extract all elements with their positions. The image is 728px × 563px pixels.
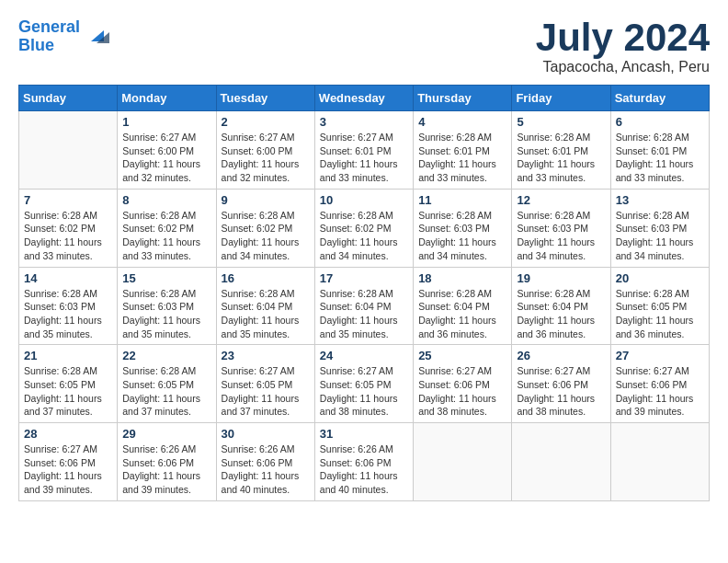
calendar-cell (610, 423, 709, 501)
month-year-title: July 2024 (536, 18, 710, 57)
calendar-cell: 6Sunrise: 6:28 AM Sunset: 6:01 PM Daylig… (610, 111, 709, 190)
calendar-cell: 25Sunrise: 6:27 AM Sunset: 6:06 PM Dayli… (414, 345, 512, 423)
day-header-thursday: Thursday (414, 86, 512, 111)
day-number: 13 (616, 193, 704, 207)
day-info: Sunrise: 6:27 AM Sunset: 6:01 PM Dayligh… (320, 131, 408, 185)
day-number: 16 (222, 271, 310, 285)
day-number: 7 (24, 193, 112, 207)
calendar-cell: 18Sunrise: 6:28 AM Sunset: 6:04 PM Dayli… (414, 267, 512, 345)
day-number: 24 (320, 349, 408, 362)
day-number: 23 (222, 349, 310, 362)
day-info: Sunrise: 6:26 AM Sunset: 6:06 PM Dayligh… (222, 442, 310, 497)
calendar-cell: 3Sunrise: 6:27 AM Sunset: 6:01 PM Daylig… (314, 111, 413, 190)
day-number: 3 (320, 115, 408, 129)
day-info: Sunrise: 6:28 AM Sunset: 6:01 PM Dayligh… (616, 131, 704, 185)
day-info: Sunrise: 6:28 AM Sunset: 6:01 PM Dayligh… (418, 131, 506, 185)
calendar-cell: 16Sunrise: 6:28 AM Sunset: 6:04 PM Dayli… (216, 267, 314, 345)
day-info: Sunrise: 6:27 AM Sunset: 6:00 PM Dayligh… (222, 131, 310, 185)
calendar-cell: 12Sunrise: 6:28 AM Sunset: 6:03 PM Dayli… (512, 189, 610, 267)
day-info: Sunrise: 6:28 AM Sunset: 6:04 PM Dayligh… (418, 287, 506, 341)
calendar-week-row: 1Sunrise: 6:27 AM Sunset: 6:00 PM Daylig… (19, 111, 710, 190)
day-info: Sunrise: 6:28 AM Sunset: 6:02 PM Dayligh… (222, 209, 310, 263)
calendar-cell: 22Sunrise: 6:28 AM Sunset: 6:05 PM Dayli… (118, 345, 216, 423)
calendar-cell: 2Sunrise: 6:27 AM Sunset: 6:00 PM Daylig… (216, 111, 314, 190)
day-number: 18 (418, 271, 506, 285)
day-info: Sunrise: 6:27 AM Sunset: 6:05 PM Dayligh… (222, 364, 310, 419)
day-info: Sunrise: 6:28 AM Sunset: 6:03 PM Dayligh… (616, 209, 704, 263)
day-info: Sunrise: 6:27 AM Sunset: 6:00 PM Dayligh… (122, 131, 210, 185)
day-number: 11 (418, 193, 506, 207)
location-subtitle: Tapacocha, Ancash, Peru (536, 59, 710, 75)
day-number: 17 (320, 271, 408, 285)
calendar-cell: 11Sunrise: 6:28 AM Sunset: 6:03 PM Dayli… (414, 189, 512, 267)
day-number: 31 (320, 427, 408, 441)
day-number: 26 (517, 349, 605, 362)
day-info: Sunrise: 6:27 AM Sunset: 6:06 PM Dayligh… (418, 364, 506, 419)
day-number: 2 (222, 115, 310, 129)
day-info: Sunrise: 6:28 AM Sunset: 6:02 PM Dayligh… (122, 209, 210, 263)
day-info: Sunrise: 6:26 AM Sunset: 6:06 PM Dayligh… (122, 442, 210, 497)
calendar-cell: 27Sunrise: 6:27 AM Sunset: 6:06 PM Dayli… (610, 345, 709, 423)
day-info: Sunrise: 6:26 AM Sunset: 6:06 PM Dayligh… (320, 442, 408, 497)
day-number: 27 (616, 349, 704, 362)
day-number: 19 (517, 271, 605, 285)
day-info: Sunrise: 6:27 AM Sunset: 6:05 PM Dayligh… (320, 364, 408, 419)
day-info: Sunrise: 6:27 AM Sunset: 6:06 PM Dayligh… (24, 442, 112, 497)
day-info: Sunrise: 6:28 AM Sunset: 6:04 PM Dayligh… (320, 287, 408, 341)
calendar-week-row: 7Sunrise: 6:28 AM Sunset: 6:02 PM Daylig… (19, 189, 710, 267)
day-info: Sunrise: 6:28 AM Sunset: 6:05 PM Dayligh… (616, 287, 704, 341)
calendar-cell: 30Sunrise: 6:26 AM Sunset: 6:06 PM Dayli… (216, 423, 314, 501)
day-info: Sunrise: 6:28 AM Sunset: 6:02 PM Dayligh… (320, 209, 408, 263)
day-info: Sunrise: 6:28 AM Sunset: 6:03 PM Dayligh… (418, 209, 506, 263)
day-info: Sunrise: 6:28 AM Sunset: 6:05 PM Dayligh… (24, 364, 112, 419)
day-number: 28 (24, 427, 112, 441)
calendar-cell: 13Sunrise: 6:28 AM Sunset: 6:03 PM Dayli… (610, 189, 709, 267)
day-number: 6 (616, 115, 704, 129)
day-number: 9 (222, 193, 310, 207)
calendar-cell: 24Sunrise: 6:27 AM Sunset: 6:05 PM Dayli… (314, 345, 413, 423)
calendar-cell: 9Sunrise: 6:28 AM Sunset: 6:02 PM Daylig… (216, 189, 314, 267)
day-header-wednesday: Wednesday (314, 86, 413, 111)
day-header-saturday: Saturday (610, 86, 709, 111)
day-header-monday: Monday (118, 86, 216, 111)
calendar-cell: 29Sunrise: 6:26 AM Sunset: 6:06 PM Dayli… (118, 423, 216, 501)
calendar-cell: 10Sunrise: 6:28 AM Sunset: 6:02 PM Dayli… (314, 189, 413, 267)
calendar-cell: 15Sunrise: 6:28 AM Sunset: 6:03 PM Dayli… (118, 267, 216, 345)
calendar-cell: 17Sunrise: 6:28 AM Sunset: 6:04 PM Dayli… (314, 267, 413, 345)
logo: GeneralBlue (18, 18, 111, 55)
day-header-sunday: Sunday (19, 86, 118, 111)
title-section: July 2024 Tapacocha, Ancash, Peru (536, 18, 710, 75)
calendar-cell: 26Sunrise: 6:27 AM Sunset: 6:06 PM Dayli… (512, 345, 610, 423)
calendar-week-row: 21Sunrise: 6:28 AM Sunset: 6:05 PM Dayli… (19, 345, 710, 423)
calendar-cell: 21Sunrise: 6:28 AM Sunset: 6:05 PM Dayli… (19, 345, 118, 423)
calendar-cell: 7Sunrise: 6:28 AM Sunset: 6:02 PM Daylig… (19, 189, 118, 267)
day-info: Sunrise: 6:27 AM Sunset: 6:06 PM Dayligh… (517, 364, 605, 419)
day-header-tuesday: Tuesday (216, 86, 314, 111)
calendar-cell: 14Sunrise: 6:28 AM Sunset: 6:03 PM Dayli… (19, 267, 118, 345)
calendar-week-row: 28Sunrise: 6:27 AM Sunset: 6:06 PM Dayli… (19, 423, 710, 501)
day-number: 25 (418, 349, 506, 362)
day-info: Sunrise: 6:27 AM Sunset: 6:06 PM Dayligh… (616, 364, 704, 419)
day-info: Sunrise: 6:28 AM Sunset: 6:01 PM Dayligh… (517, 131, 605, 185)
day-number: 8 (122, 193, 210, 207)
calendar-cell: 31Sunrise: 6:26 AM Sunset: 6:06 PM Dayli… (314, 423, 413, 501)
day-number: 4 (418, 115, 506, 129)
calendar-cell: 8Sunrise: 6:28 AM Sunset: 6:02 PM Daylig… (118, 189, 216, 267)
calendar-cell: 5Sunrise: 6:28 AM Sunset: 6:01 PM Daylig… (512, 111, 610, 190)
day-number: 5 (517, 115, 605, 129)
day-number: 29 (122, 427, 210, 441)
day-info: Sunrise: 6:28 AM Sunset: 6:03 PM Dayligh… (517, 209, 605, 263)
calendar-header-row: SundayMondayTuesdayWednesdayThursdayFrid… (19, 86, 710, 111)
day-number: 15 (122, 271, 210, 285)
calendar-table: SundayMondayTuesdayWednesdayThursdayFrid… (18, 85, 710, 501)
calendar-cell (19, 111, 118, 190)
calendar-cell: 23Sunrise: 6:27 AM Sunset: 6:05 PM Dayli… (216, 345, 314, 423)
calendar-cell (414, 423, 512, 501)
day-number: 12 (517, 193, 605, 207)
day-info: Sunrise: 6:28 AM Sunset: 6:04 PM Dayligh… (517, 287, 605, 341)
calendar-cell (512, 423, 610, 501)
page-header: GeneralBlue July 2024 Tapacocha, Ancash,… (18, 18, 710, 75)
day-number: 22 (122, 349, 210, 362)
logo-icon (84, 23, 111, 51)
calendar-week-row: 14Sunrise: 6:28 AM Sunset: 6:03 PM Dayli… (19, 267, 710, 345)
